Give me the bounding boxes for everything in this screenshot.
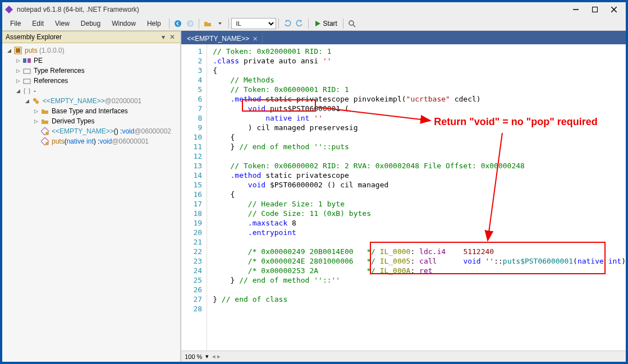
titlebar[interactable]: notepad v6.1.8 (64-bit, .NET Framework) <box>2 2 626 17</box>
menubar: File Edit View Debug Window Help IL Star… <box>2 17 626 30</box>
editor-panel: <<EMPTY_NAME>> ✕ 12345678910111213141516… <box>181 31 626 362</box>
folder-icon <box>40 107 49 116</box>
maximize-button[interactable] <box>585 3 604 16</box>
svg-rect-11 <box>23 58 26 63</box>
pe-icon <box>22 56 31 65</box>
app-window: notepad v6.1.8 (64-bit, .NET Framework) … <box>2 2 626 362</box>
tree-view[interactable]: ◢ puts (1.0.0.0) ▷ PE ▷ Type References <box>2 43 180 362</box>
expand-icon[interactable]: ▷ <box>15 77 21 84</box>
app-icon <box>4 5 13 14</box>
method-icon <box>40 127 49 136</box>
svg-rect-14 <box>24 79 30 84</box>
panel-title: Assembly Explorer <box>6 33 159 41</box>
svg-point-7 <box>349 21 354 25</box>
editor-tab[interactable]: <<EMPTY_NAME>> ✕ <box>182 33 263 44</box>
tree-node-derived[interactable]: ▷ Derived Types <box>3 116 179 126</box>
tree-node-namespace[interactable]: ◢ { } - <box>3 86 179 96</box>
tree-node-type-refs[interactable]: ▷ Type References <box>3 66 179 76</box>
folder-icon <box>40 117 49 126</box>
code-content[interactable]: // Token: 0x02000001 RID: 1 .class priva… <box>207 44 626 351</box>
nav-back-button[interactable] <box>172 17 184 30</box>
tree-method-2[interactable]: ▷ puts(native int) : void @06000001 <box>3 136 179 146</box>
start-button[interactable]: Start <box>311 19 341 29</box>
svg-rect-10 <box>16 48 20 53</box>
nav-forward-button[interactable] <box>184 17 196 30</box>
expand-icon[interactable]: ▷ <box>15 57 21 64</box>
search-button[interactable] <box>346 17 358 30</box>
expand-icon[interactable]: ▷ <box>15 67 21 74</box>
tree-method-1[interactable]: ▷ <<EMPTY_NAME>>() : void @06000002 <box>3 126 179 136</box>
expand-icon[interactable]: ◢ <box>6 47 12 54</box>
code-editor[interactable]: 1234567891011121314151617181920212223242… <box>181 44 626 351</box>
svg-point-6 <box>187 20 194 27</box>
language-select[interactable]: IL <box>231 18 276 29</box>
main-area: Assembly Explorer ▾ ✕ ◢ puts (1.0.0.0) ▷… <box>2 30 626 362</box>
window-title: notepad v6.1.8 (64-bit, .NET Framework) <box>17 6 566 13</box>
open-dropdown[interactable] <box>214 17 226 30</box>
pin-icon[interactable]: ▾ <box>159 33 168 42</box>
menu-window[interactable]: Window <box>106 18 141 29</box>
tab-close-icon[interactable]: ✕ <box>253 35 258 43</box>
svg-marker-0 <box>5 6 13 13</box>
window-controls <box>566 3 624 16</box>
panel-close-icon[interactable]: ✕ <box>168 33 177 42</box>
svg-point-18 <box>45 132 49 135</box>
assembly-explorer-panel: Assembly Explorer ▾ ✕ ◢ puts (1.0.0.0) ▷… <box>2 31 181 362</box>
expand-icon[interactable]: ▷ <box>33 108 39 114</box>
svg-point-5 <box>175 20 181 27</box>
zoom-level[interactable]: 100 % <box>185 353 202 360</box>
expand-icon[interactable]: ◢ <box>15 87 21 94</box>
menu-edit[interactable]: Edit <box>26 18 49 29</box>
undo-button[interactable] <box>281 17 294 30</box>
tree-node-pe[interactable]: ▷ PE <box>3 56 179 66</box>
tabbar: <<EMPTY_NAME>> ✕ <box>181 31 626 44</box>
panel-header[interactable]: Assembly Explorer ▾ ✕ <box>2 31 180 43</box>
zoom-dropdown-icon[interactable]: ▾ <box>205 353 209 360</box>
method-icon <box>40 137 49 146</box>
svg-rect-2 <box>593 7 598 12</box>
svg-point-16 <box>35 100 39 104</box>
minimize-button[interactable] <box>566 3 585 16</box>
tree-root[interactable]: ◢ puts (1.0.0.0) <box>3 45 179 56</box>
namespace-icon: { } <box>22 86 31 95</box>
tree-node-base-types[interactable]: ▷ Base Type and Interfaces <box>3 106 179 116</box>
open-button[interactable] <box>201 17 214 30</box>
assembly-icon <box>13 46 22 55</box>
expand-icon[interactable]: ▷ <box>33 118 39 125</box>
class-icon <box>31 96 40 105</box>
tree-node-class[interactable]: ◢ <<EMPTY_NAME>> @02000001 <box>3 96 179 106</box>
statusbar: 100 % ▾ ◂ ▸ <box>181 351 626 362</box>
svg-point-20 <box>45 142 49 145</box>
menu-debug[interactable]: Debug <box>75 18 106 29</box>
redo-button[interactable] <box>294 17 306 30</box>
line-gutter: 1234567891011121314151617181920212223242… <box>181 44 207 351</box>
refs-icon <box>22 76 31 85</box>
svg-rect-12 <box>27 58 31 63</box>
svg-rect-13 <box>24 69 30 73</box>
play-icon <box>314 20 321 27</box>
refs-icon <box>22 66 31 75</box>
svg-line-8 <box>353 25 355 27</box>
menu-view[interactable]: View <box>49 18 75 29</box>
menu-file[interactable]: File <box>4 18 26 29</box>
menu-help[interactable]: Help <box>141 18 167 29</box>
close-button[interactable] <box>604 3 624 16</box>
tree-node-refs[interactable]: ▷ References <box>3 76 179 86</box>
expand-icon[interactable]: ◢ <box>24 98 30 104</box>
